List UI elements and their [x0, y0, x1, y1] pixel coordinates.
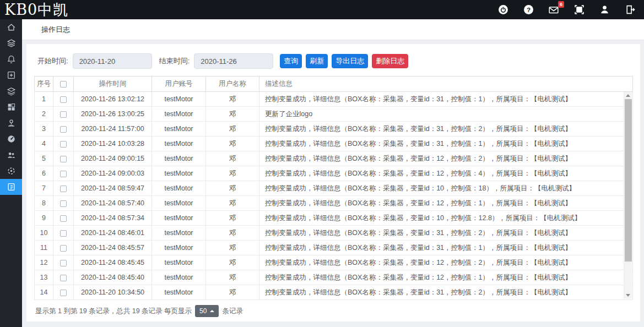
cell-desc: 控制变量成功，详细信息（BOX名称：采集器，变量id：31，控制值：1），所属项… [259, 137, 633, 151]
table-row: 42020-11-24 10:03:28testMotor邓控制变量成功，详细信… [35, 137, 633, 151]
cell-no: 12 [35, 255, 53, 270]
cell-account: testMotor [152, 166, 206, 181]
cell-time: 2020-11-24 08:57:34 [74, 211, 152, 226]
row-checkbox[interactable] [60, 156, 67, 162]
start-time-label: 开始时间: [37, 56, 68, 66]
row-checkbox[interactable] [60, 96, 67, 103]
cell-account: testMotor [152, 92, 206, 107]
power-icon[interactable] [497, 4, 508, 15]
cell-name: 邓 [206, 255, 259, 270]
cell-select [53, 285, 74, 300]
mail-icon[interactable]: 6 [548, 4, 559, 15]
gauge-icon [7, 134, 16, 144]
mail-badge: 6 [558, 1, 564, 8]
delete-log-button[interactable]: 删除日志 [372, 54, 408, 68]
cell-desc: 控制变量成功，详细信息（BOX名称：采集器，变量id：10，控制值：18），所属… [259, 181, 633, 196]
page-size-dropdown[interactable]: 50 [195, 305, 219, 317]
row-checkbox[interactable] [60, 186, 67, 192]
cell-no: 10 [35, 226, 53, 241]
cell-account: testMotor [152, 107, 206, 122]
select-all-checkbox[interactable] [60, 81, 67, 88]
end-time-input[interactable] [194, 53, 273, 69]
search-button[interactable]: 查询 [280, 54, 302, 68]
cell-select [53, 241, 74, 255]
cell-no: 3 [35, 122, 53, 137]
cell-name: 邓 [206, 196, 259, 211]
fullscreen-icon[interactable] [573, 4, 585, 15]
topbar-icon-group: ?6 [497, 4, 644, 15]
pagination-bar: 显示第 1 到第 19 条记录，总共 19 条记录 每页显示 50 条记录 [35, 305, 632, 317]
layers-icon [7, 39, 16, 48]
cell-name: 邓 [206, 166, 259, 181]
stack-icon [7, 86, 16, 96]
sidebar-item-apps[interactable] [0, 99, 22, 115]
table-row: 142020-11-20 10:34:50testMotor邓控制变量成功，详细… [35, 285, 633, 300]
sidebar-item-layers[interactable] [0, 35, 22, 51]
cell-name: 邓 [206, 285, 259, 300]
sidebar-item-cloud[interactable] [0, 163, 22, 179]
page-title: 操作日志 [41, 25, 70, 35]
cell-name: 邓 [206, 107, 259, 122]
export-log-button[interactable]: 导出日志 [332, 54, 368, 68]
column-header-time: 操作时间 [74, 77, 152, 92]
end-time-label: 结束时间: [159, 56, 190, 66]
scrollbar-up-arrow-icon[interactable] [626, 94, 630, 97]
cell-time: 2020-11-24 11:57:00 [74, 122, 152, 137]
scrollbar-down-arrow-icon[interactable] [626, 294, 630, 297]
table-row: 22020-11-26 13:00:25testMotor邓更新了企业logo [35, 107, 633, 122]
sidebar-item-home[interactable] [0, 19, 22, 35]
sidebar-item-dashboard[interactable] [0, 131, 22, 147]
breadcrumb-bar: 操作日志 [22, 19, 644, 40]
table-scrollbar[interactable] [624, 92, 632, 299]
cell-time: 2020-11-20 10:34:50 [74, 285, 152, 300]
table-row: 92020-11-24 08:57:34testMotor邓控制变量成功，详细信… [35, 211, 633, 226]
sidebar-item-operation-log[interactable] [0, 179, 22, 195]
cell-no: 5 [35, 151, 53, 166]
user-icon[interactable] [599, 4, 610, 15]
table-row: 132020-11-24 08:45:40testMotor邓控制变量成功，详细… [35, 270, 633, 285]
sidebar-nav [0, 19, 22, 327]
top-header: KB0中凯 ?6 [0, 0, 644, 19]
cell-desc: 控制变量成功，详细信息（BOX名称：采集器，变量id：31，控制值：2），所属项… [259, 122, 633, 137]
row-checkbox[interactable] [60, 275, 67, 281]
start-time-input[interactable] [73, 53, 152, 69]
row-checkbox[interactable] [60, 230, 67, 237]
row-checkbox[interactable] [60, 171, 67, 177]
main-area: 操作日志 开始时间: 结束时间: 查询刷新导出日志删除日志 序号操作时间用户账号… [22, 19, 644, 327]
cell-account: testMotor [152, 241, 206, 255]
logout-icon[interactable] [624, 4, 635, 15]
row-checkbox[interactable] [60, 215, 67, 222]
cell-select [53, 151, 74, 166]
sidebar-item-new-window[interactable] [0, 67, 22, 83]
cell-desc: 控制变量成功，详细信息（BOX名称：采集器，变量id：12，控制值：2），所属项… [259, 255, 633, 270]
help-icon[interactable]: ? [523, 4, 534, 15]
select-all-header [53, 77, 74, 92]
cell-select [53, 226, 74, 241]
cell-select [53, 211, 74, 226]
sidebar-item-users[interactable] [0, 147, 22, 163]
cell-desc: 控制变量成功，详细信息（BOX名称：采集器，变量id：31，控制值：1），所属项… [259, 241, 633, 255]
cell-no: 11 [35, 241, 53, 255]
log-table-wrap: 序号操作时间用户账号用户名称描述信息 12020-11-26 13:02:12t… [34, 76, 632, 300]
sidebar-item-notifications[interactable] [0, 51, 22, 67]
row-checkbox[interactable] [60, 126, 67, 133]
content-card: 开始时间: 结束时间: 查询刷新导出日志删除日志 序号操作时间用户账号用户名称描… [26, 44, 640, 321]
row-checkbox[interactable] [60, 245, 67, 252]
cell-no: 7 [35, 181, 53, 196]
cell-account: testMotor [152, 137, 206, 151]
row-checkbox[interactable] [60, 141, 67, 148]
row-checkbox[interactable] [60, 290, 67, 296]
cell-name: 邓 [206, 241, 259, 255]
cell-account: testMotor [152, 211, 206, 226]
row-checkbox[interactable] [60, 200, 67, 207]
cell-desc: 控制变量成功，详细信息（BOX名称：采集器，变量id：12，控制值：1），所属项… [259, 196, 633, 211]
sidebar-item-stack[interactable] [0, 83, 22, 99]
cell-desc: 控制变量成功，详细信息（BOX名称：采集器，变量id：10，控制值：12.8），… [259, 211, 633, 226]
scrollbar-thumb[interactable] [625, 99, 632, 261]
cell-select [53, 92, 74, 107]
row-checkbox[interactable] [60, 111, 67, 118]
row-checkbox[interactable] [60, 260, 67, 266]
sidebar-item-contact[interactable] [0, 115, 22, 131]
refresh-button[interactable]: 刷新 [306, 54, 328, 68]
cell-account: testMotor [152, 285, 206, 300]
